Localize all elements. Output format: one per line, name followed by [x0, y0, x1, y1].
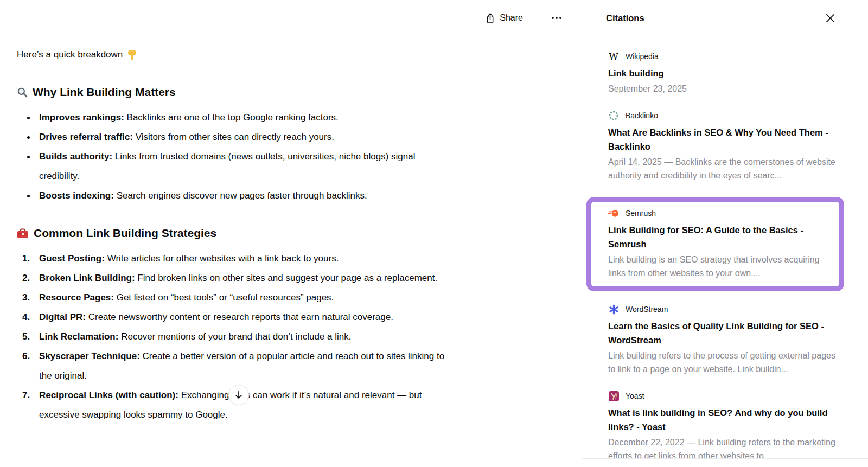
list-item: Boosts indexing: Search engines discover… [17, 186, 443, 206]
citation-source-label: WordStream [626, 305, 668, 314]
citation-card-semrush[interactable]: Semrush Link Building for SEO: A Guide t… [608, 208, 833, 280]
ellipsis-icon [551, 16, 562, 20]
citations-list: W Wikipedia Link building September 23, … [582, 36, 868, 458]
list-item: Drives referral traffic: Visitors from o… [17, 127, 443, 147]
citation-card-wikipedia[interactable]: W Wikipedia Link building September 23, … [608, 51, 837, 95]
share-button[interactable]: Share [482, 12, 526, 24]
panel-bottom-divider [582, 458, 868, 459]
point-down-emoji-icon [127, 49, 137, 61]
citation-source-label: Yoast [626, 392, 644, 400]
down-arrow-icon [234, 390, 244, 400]
citation-title: What Are Backlinks in SEO & Why You Need… [608, 125, 837, 153]
citations-panel-title: Citations [606, 13, 644, 23]
scroll-to-bottom-button[interactable] [228, 385, 249, 405]
citation-snippet: Link building is an SEO strategy that in… [608, 253, 833, 280]
citation-date: September 23, 2025 [608, 82, 837, 95]
list-item: Builds authority: Links from trusted dom… [17, 147, 443, 186]
citation-source-row: WordStream [608, 304, 837, 315]
yoast-icon [608, 391, 619, 401]
main-column: Share Here’s a quick breakdown [0, 0, 582, 467]
toolbox-emoji-icon [17, 228, 29, 239]
backlinko-icon [608, 110, 619, 121]
wordstream-icon [608, 304, 619, 315]
citation-title: Learn the Basics of Quality Link Buildin… [608, 319, 837, 347]
citation-card-backlinko[interactable]: Backlinko What Are Backlinks in SEO & Wh… [608, 110, 837, 182]
intro-text: Here’s a quick breakdown [17, 45, 123, 65]
intro-line: Here’s a quick breakdown [17, 45, 582, 65]
citation-source-row: Semrush [608, 208, 833, 219]
citation-snippet: December 22, 2022 — Link building refers… [608, 436, 837, 458]
assistant-message: Here’s a quick breakdown Why Lin [0, 36, 582, 425]
citation-title: Link building [608, 66, 837, 80]
citation-snippet: April 14, 2025 — Backlinks are the corne… [608, 155, 837, 182]
citation-snippet: Link building refers to the process of g… [608, 349, 837, 376]
citation-source-label: Wikipedia [626, 52, 659, 61]
citation-title: Link Building for SEO: A Guide to the Ba… [608, 223, 833, 251]
section-heading-why: Why Link Building Matters [17, 84, 582, 100]
highlighted-citation-outline: Semrush Link Building for SEO: A Guide t… [586, 197, 844, 291]
app-window: Share Here’s a quick breakdown [0, 0, 868, 467]
list-item: Improves rankings: Backlinks are one of … [17, 108, 443, 127]
section-heading-strategies: Common Link Building Strategies [17, 225, 582, 241]
magnifying-glass-icon [17, 87, 28, 98]
list-item: Digital PR: Create newsworthy content or… [17, 308, 451, 327]
citation-source-row: Backlinko [608, 110, 837, 121]
citation-source-label: Backlinko [626, 111, 658, 120]
close-icon [826, 14, 835, 23]
citation-card-yoast[interactable]: Yoast What is link building in SEO? And … [608, 391, 837, 458]
close-panel-button[interactable] [824, 11, 837, 25]
citation-card-wordstream[interactable]: WordStream Learn the Basics of Quality L… [608, 304, 837, 376]
list-item: Link Reclamation: Recover mentions of yo… [17, 327, 451, 347]
list-item: Resource Pages: Get listed on “best tool… [17, 288, 451, 308]
citation-title: What is link building in SEO? And why do… [608, 406, 837, 434]
citation-source-label: Semrush [626, 209, 656, 217]
why-bullet-list: Improves rankings: Backlinks are one of … [17, 108, 451, 206]
citation-source-row: Yoast [608, 391, 837, 401]
more-options-button[interactable] [548, 14, 565, 22]
citations-panel: Citations W Wikipedia Link building Sept… [582, 0, 868, 467]
citations-panel-header: Citations [582, 0, 868, 36]
list-item: Broken Link Building: Find broken links … [17, 268, 451, 288]
share-label: Share [500, 13, 523, 23]
share-icon [486, 12, 495, 23]
main-header: Share [0, 0, 582, 36]
list-item: Guest Posting: Write articles for other … [17, 249, 451, 268]
citation-source-row: W Wikipedia [608, 51, 837, 62]
wikipedia-icon: W [608, 51, 619, 62]
semrush-icon [608, 208, 619, 219]
list-item: Skyscraper Technique: Create a better ve… [17, 347, 451, 386]
